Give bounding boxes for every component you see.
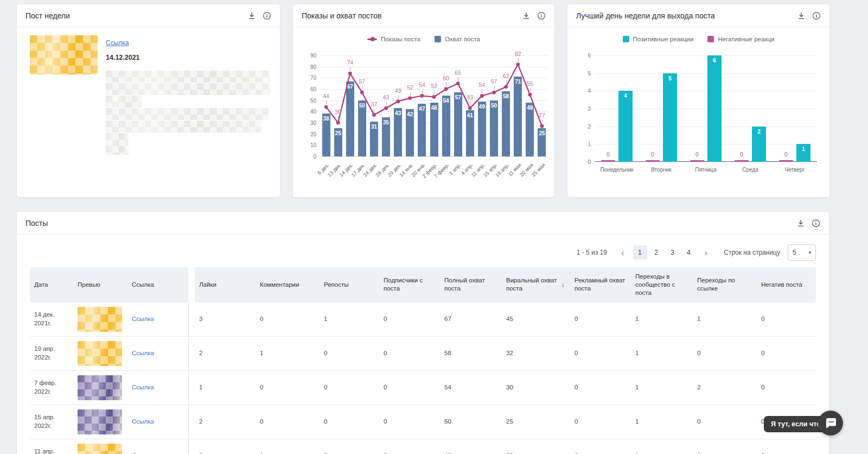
- line-point[interactable]: [528, 93, 532, 97]
- positive-bar[interactable]: [663, 73, 677, 162]
- y-axis-tick-label: 90: [310, 53, 316, 59]
- download-icon[interactable]: [247, 11, 256, 20]
- line-point[interactable]: [480, 94, 484, 98]
- sort-desc-icon[interactable]: ↓: [561, 280, 565, 289]
- post-link[interactable]: Ссылка: [132, 349, 154, 358]
- y-axis-tick-label: 70: [310, 75, 316, 81]
- line-point[interactable]: [372, 113, 376, 117]
- positive-bar[interactable]: [707, 55, 722, 162]
- cell-value: 1: [631, 337, 693, 371]
- column-header-label: Виральный охват поста: [506, 276, 557, 293]
- info-icon[interactable]: [537, 11, 546, 20]
- line-value-label: 55: [527, 80, 533, 87]
- column-header-6[interactable]: Репосты: [320, 267, 379, 302]
- line-point[interactable]: [396, 99, 400, 103]
- chevron-right-icon[interactable]: ›: [700, 248, 712, 257]
- line-point[interactable]: [540, 124, 544, 128]
- column-header-10[interactable]: Рекламный охват поста: [570, 267, 631, 302]
- column-header-9[interactable]: Виральный охват поста↓: [502, 267, 570, 302]
- line-point[interactable]: [492, 91, 496, 94]
- cell-value: 0: [379, 371, 440, 405]
- line-point[interactable]: [504, 85, 508, 89]
- line-point[interactable]: [360, 91, 364, 94]
- pagination-page-4[interactable]: 4: [682, 245, 696, 260]
- line-point[interactable]: [384, 106, 388, 110]
- column-header-11[interactable]: Переходы в сообщество с поста: [631, 267, 693, 302]
- chevron-left-icon[interactable]: ‹: [617, 248, 629, 257]
- table-row: 14 дек. 2021г.Ссылка301067450110: [30, 302, 816, 337]
- cell-value: 0: [570, 439, 631, 454]
- line-label-leader: [350, 67, 350, 71]
- column-header-4[interactable]: Лайки: [195, 267, 256, 302]
- cell-text: 54: [444, 383, 451, 392]
- column-header-7[interactable]: Подписчики с поста: [379, 267, 440, 302]
- line-point[interactable]: [432, 95, 436, 99]
- line-point[interactable]: [444, 87, 448, 91]
- cell-date: 7 февр. 2022г.: [30, 371, 73, 405]
- cell-text: 0: [324, 418, 327, 426]
- post-week-link[interactable]: Ссылка: [106, 39, 129, 47]
- info-icon[interactable]: [812, 11, 821, 20]
- cell-value: 1: [631, 371, 693, 405]
- cell-value: 1: [256, 337, 320, 371]
- cell-value: 0: [320, 439, 379, 454]
- line-point[interactable]: [324, 105, 328, 109]
- info-icon[interactable]: [263, 11, 271, 20]
- gridline: [595, 73, 817, 74]
- line-point[interactable]: [336, 121, 340, 125]
- line-point[interactable]: [468, 106, 472, 110]
- line-point[interactable]: [456, 81, 460, 85]
- cell-preview: [73, 371, 127, 405]
- cell-text: 0: [575, 452, 578, 454]
- column-header-label: Негатив поста: [761, 281, 802, 289]
- column-header-12[interactable]: Переходы по ссылке: [693, 267, 757, 302]
- negative-bar[interactable]: [601, 160, 615, 162]
- line-point[interactable]: [420, 94, 424, 98]
- line-point[interactable]: [348, 72, 352, 75]
- post-link[interactable]: Ссылка: [132, 418, 154, 426]
- column-header-2[interactable]: Превью: [73, 267, 127, 302]
- rows-per-page-select[interactable]: 5 ▾: [788, 244, 816, 261]
- posts-title: Посты: [25, 219, 48, 228]
- negative-bar[interactable]: [779, 160, 793, 162]
- cell-text: 49: [444, 452, 451, 454]
- post-of-week-header: Пост недели: [17, 4, 280, 27]
- line-label-leader: [386, 102, 387, 105]
- cell-text: 0: [384, 383, 387, 392]
- line-label-leader: [470, 102, 470, 105]
- cell-text: 32: [506, 349, 513, 358]
- posts-header: Посты: [17, 212, 829, 235]
- line-point[interactable]: [408, 96, 412, 100]
- post-of-week-title: Пост недели: [25, 11, 70, 20]
- info-icon[interactable]: [812, 219, 820, 228]
- table-row: 11 апр. 2022г.Ссылка310049230100: [30, 439, 816, 454]
- negative-bar[interactable]: [735, 160, 749, 162]
- post-link[interactable]: Ссылка: [132, 315, 154, 324]
- cell-text: 67: [444, 315, 451, 324]
- download-icon[interactable]: [522, 11, 531, 20]
- blurred-text-line: [106, 108, 269, 120]
- column-header-1[interactable]: Дата: [30, 267, 73, 302]
- post-link[interactable]: Ссылка: [132, 452, 154, 454]
- column-header-13[interactable]: Негатив поста: [757, 267, 816, 302]
- pagination-page-3[interactable]: 3: [666, 245, 680, 260]
- column-header-3[interactable]: Ссылка: [127, 267, 188, 302]
- cell-value: 3: [195, 302, 256, 337]
- y-axis-tick-label: 5: [588, 70, 591, 76]
- chat-button[interactable]: [818, 411, 843, 436]
- pagination-page-1[interactable]: 1: [633, 245, 647, 260]
- positive-bar[interactable]: [618, 91, 633, 162]
- cell-value: 3: [195, 439, 256, 454]
- pagination-page-2[interactable]: 2: [649, 245, 663, 260]
- post-link[interactable]: Ссылка: [132, 383, 154, 392]
- negative-bar[interactable]: [690, 160, 704, 162]
- legend-item-reach: Охват поста: [435, 36, 480, 42]
- download-icon[interactable]: [796, 219, 805, 228]
- download-icon[interactable]: [797, 11, 806, 20]
- cell-value: 0: [379, 405, 440, 439]
- line-point[interactable]: [516, 62, 520, 66]
- negative-bar[interactable]: [646, 160, 660, 162]
- column-header-5[interactable]: Комментарии: [256, 267, 320, 302]
- cell-text: 0: [324, 452, 327, 454]
- column-header-8[interactable]: Полный охват поста: [440, 267, 502, 302]
